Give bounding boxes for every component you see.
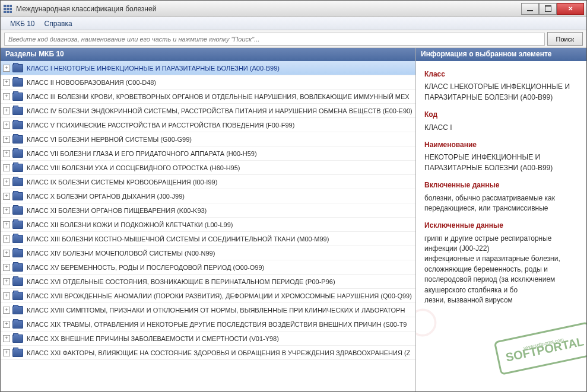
folder-icon bbox=[12, 206, 23, 215]
expand-icon[interactable]: + bbox=[3, 335, 10, 342]
tree-view[interactable]: +КЛАСС I НЕКОТОРЫЕ ИНФЕКЦИОННЫЕ И ПАРАЗИ… bbox=[1, 61, 415, 391]
folder-icon bbox=[12, 78, 23, 87]
info-included-value: болезни, обычно рассматриваемые как пере… bbox=[424, 193, 578, 214]
toolbar: Поиск bbox=[1, 30, 586, 48]
expand-icon[interactable]: + bbox=[3, 193, 10, 200]
expand-icon[interactable]: + bbox=[3, 221, 10, 228]
folder-icon bbox=[12, 135, 23, 144]
tree-item-label: КЛАСС XVII ВРОЖДЕННЫЕ АНОМАЛИИ (ПОРОКИ Р… bbox=[27, 292, 412, 299]
info-excluded-value: грипп и другие острые респираторные инфе… bbox=[424, 234, 578, 306]
tree-item-label: КЛАСС V ПСИХИЧЕСКИЕ РАССТРОЙСТВА И РАССТ… bbox=[27, 122, 294, 129]
folder-icon bbox=[12, 278, 23, 286]
tree-row[interactable]: +КЛАСС IX БОЛЕЗНИ СИСТЕМЫ КРОВООБРАЩЕНИЯ… bbox=[1, 175, 415, 189]
maximize-button[interactable] bbox=[539, 3, 557, 15]
tree-item-label: КЛАСС XVI ОТДЕЛЬНЫЕ СОСТОЯНИЯ, ВОЗНИКАЮЩ… bbox=[27, 278, 335, 285]
expand-icon[interactable]: + bbox=[3, 321, 10, 328]
info-name-value: НЕКОТОРЫЕ ИНФЕКЦИОННЫЕ И ПАРАЗИТАРНЫЕ БО… bbox=[424, 152, 578, 173]
tree-row[interactable]: +КЛАСС XX ВНЕШНИЕ ПРИЧИНЫ ЗАБОЛЕВАЕМОСТИ… bbox=[1, 332, 415, 346]
expand-icon[interactable]: + bbox=[3, 349, 10, 356]
folder-icon bbox=[12, 334, 23, 343]
tree-row[interactable]: +КЛАСС VI БОЛЕЗНИ НЕРВНОЙ СИСТЕМЫ (G00-G… bbox=[1, 132, 415, 146]
svg-rect-6 bbox=[4, 11, 6, 13]
tree-item-label: КЛАСС IX БОЛЕЗНИ СИСТЕМЫ КРОВООБРАЩЕНИЯ … bbox=[27, 179, 217, 186]
tree-row[interactable]: +КЛАСС IV БОЛЕЗНИ ЭНДОКРИННОЙ СИСТЕМЫ, Р… bbox=[1, 104, 415, 118]
tree-item-label: КЛАСС XX ВНЕШНИЕ ПРИЧИНЫ ЗАБОЛЕВАЕМОСТИ … bbox=[27, 335, 279, 342]
tree-row[interactable]: +КЛАСС XIX ТРАВМЫ, ОТРАВЛЕНИЯ И НЕКОТОРЫ… bbox=[1, 317, 415, 332]
folder-icon bbox=[12, 121, 23, 129]
info-code-label: Код bbox=[424, 110, 578, 120]
tree-item-label: КЛАСС I НЕКОТОРЫЕ ИНФЕКЦИОННЫЕ И ПАРАЗИТ… bbox=[27, 65, 280, 72]
menu-help[interactable]: Справка bbox=[40, 18, 77, 29]
tree-row[interactable]: +КЛАСС XII БОЛЕЗНИ КОЖИ И ПОДКОЖНОЙ КЛЕТ… bbox=[1, 218, 415, 232]
svg-point-9 bbox=[416, 310, 436, 335]
tree-row[interactable]: +КЛАСС XVII ВРОЖДЕННЫЕ АНОМАЛИИ (ПОРОКИ … bbox=[1, 289, 415, 303]
tree-row[interactable]: +КЛАСС XIII БОЛЕЗНИ КОСТНО-МЫШЕЧНОЙ СИСТ… bbox=[1, 232, 415, 246]
expand-icon[interactable]: + bbox=[3, 278, 10, 285]
expand-icon[interactable]: + bbox=[3, 292, 10, 299]
folder-icon bbox=[12, 192, 23, 200]
tree-item-label: КЛАСС XI БОЛЕЗНИ ОРГАНОВ ПИЩЕВАРЕНИЯ (K0… bbox=[27, 207, 207, 214]
tree-row[interactable]: +КЛАСС XVIII СИМПТОМЫ, ПРИЗНАКИ И ОТКЛОН… bbox=[1, 303, 415, 317]
expand-icon[interactable]: + bbox=[3, 264, 10, 271]
expand-icon[interactable]: + bbox=[3, 179, 10, 186]
tree-row[interactable]: +КЛАСС XVI ОТДЕЛЬНЫЕ СОСТОЯНИЯ, ВОЗНИКАЮ… bbox=[1, 275, 415, 289]
search-button[interactable]: Поиск bbox=[547, 32, 583, 46]
info-code-value: КЛАСС I bbox=[424, 123, 578, 133]
folder-icon bbox=[12, 263, 23, 272]
search-input[interactable] bbox=[4, 33, 545, 46]
tree-item-label: КЛАСС XVIII СИМПТОМЫ, ПРИЗНАКИ И ОТКЛОНЕ… bbox=[27, 307, 405, 314]
info-class-label: Класс bbox=[424, 69, 578, 79]
minimize-button[interactable] bbox=[521, 3, 539, 15]
expand-icon[interactable]: + bbox=[3, 164, 10, 171]
tree-item-label: КЛАСС X БОЛЕЗНИ ОРГАНОВ ДЫХАНИЯ (J00-J99… bbox=[27, 193, 185, 200]
close-button[interactable] bbox=[557, 3, 584, 15]
tree-row[interactable]: +КЛАСС XV БЕРЕМЕННОСТЬ, РОДЫ И ПОСЛЕРОДО… bbox=[1, 260, 415, 275]
expand-icon[interactable]: + bbox=[3, 307, 10, 314]
svg-rect-0 bbox=[4, 5, 6, 7]
folder-icon bbox=[12, 235, 23, 243]
window-title: Международная классификация болезней bbox=[16, 5, 521, 13]
tree-row[interactable]: +КЛАСС V ПСИХИЧЕСКИЕ РАССТРОЙСТВА И РАСС… bbox=[1, 118, 415, 132]
tree-row[interactable]: +КЛАСС XIV БОЛЕЗНИ МОЧЕПОЛОВОЙ СИСТЕМЫ (… bbox=[1, 246, 415, 260]
svg-rect-7 bbox=[7, 11, 9, 13]
tree-item-label: КЛАСС IV БОЛЕЗНИ ЭНДОКРИННОЙ СИСТЕМЫ, РА… bbox=[27, 107, 413, 114]
expand-icon[interactable]: + bbox=[3, 235, 10, 243]
tree-row[interactable]: +КЛАСС XI БОЛЕЗНИ ОРГАНОВ ПИЩЕВАРЕНИЯ (K… bbox=[1, 203, 415, 218]
tree-row[interactable]: +КЛАСС X БОЛЕЗНИ ОРГАНОВ ДЫХАНИЯ (J00-J9… bbox=[1, 189, 415, 203]
folder-icon bbox=[12, 292, 23, 300]
tree-row[interactable]: +КЛАСС VII БОЛЕЗНИ ГЛАЗА И ЕГО ПРИДАТОЧН… bbox=[1, 146, 415, 161]
svg-rect-8 bbox=[9, 11, 12, 13]
expand-icon[interactable]: + bbox=[3, 136, 10, 143]
tree-item-label: КЛАСС XIV БОЛЕЗНИ МОЧЕПОЛОВОЙ СИСТЕМЫ (N… bbox=[27, 250, 215, 257]
info-class-value: КЛАСС I.НЕКОТОРЫЕ ИНФЕКЦИОННЫЕ И ПАРАЗИТ… bbox=[424, 82, 578, 103]
folder-icon bbox=[12, 164, 23, 172]
info-excluded-label: Исключенные данные bbox=[424, 221, 578, 231]
tree-row[interactable]: +КЛАСС I НЕКОТОРЫЕ ИНФЕКЦИОННЫЕ И ПАРАЗИ… bbox=[1, 61, 415, 75]
info-body: Класс КЛАСС I.НЕКОТОРЫЕ ИНФЕКЦИОННЫЕ И П… bbox=[416, 61, 586, 391]
content-area: Разделы МКБ 10 +КЛАСС I НЕКОТОРЫЕ ИНФЕКЦ… bbox=[1, 48, 586, 391]
tree-item-label: КЛАСС XII БОЛЕЗНИ КОЖИ И ПОДКОЖНОЙ КЛЕТЧ… bbox=[27, 221, 233, 228]
tree-item-label: КЛАСС VIII БОЛЕЗНИ УХА И СОСЦЕВИДНОГО ОТ… bbox=[27, 164, 240, 171]
folder-icon bbox=[12, 178, 23, 186]
tree-item-label: КЛАСС XV БЕРЕМЕННОСТЬ, РОДЫ И ПОСЛЕРОДОВ… bbox=[27, 264, 264, 271]
expand-icon[interactable]: + bbox=[3, 79, 10, 86]
menu-mkb10[interactable]: МКБ 10 bbox=[5, 18, 40, 29]
expand-icon[interactable]: + bbox=[3, 150, 10, 157]
tree-item-label: КЛАСС XIX ТРАВМЫ, ОТРАВЛЕНИЯ И НЕКОТОРЫЕ… bbox=[27, 321, 407, 328]
tree-item-label: КЛАСС XXI ФАКТОРЫ, ВЛИЯЮЩИЕ НА СОСТОЯНИЕ… bbox=[27, 349, 410, 356]
titlebar[interactable]: Международная классификация болезней bbox=[1, 1, 586, 17]
expand-icon[interactable]: + bbox=[3, 65, 10, 72]
expand-icon[interactable]: + bbox=[3, 107, 10, 114]
folder-icon bbox=[12, 349, 23, 357]
expand-icon[interactable]: + bbox=[3, 250, 10, 257]
folder-icon bbox=[12, 107, 23, 115]
expand-icon[interactable]: + bbox=[3, 207, 10, 214]
expand-icon[interactable]: + bbox=[3, 93, 10, 100]
folder-icon bbox=[12, 93, 23, 101]
tree-row[interactable]: +КЛАСС III БОЛЕЗНИ КРОВИ, КРОВЕТВОРНЫХ О… bbox=[1, 90, 415, 104]
tree-row[interactable]: +КЛАСС VIII БОЛЕЗНИ УХА И СОСЦЕВИДНОГО О… bbox=[1, 161, 415, 175]
tree-row[interactable]: +КЛАСС XXI ФАКТОРЫ, ВЛИЯЮЩИЕ НА СОСТОЯНИ… bbox=[1, 346, 415, 360]
tree-row[interactable]: +КЛАСС II НОВООБРАЗОВАНИЯ (C00-D48) bbox=[1, 75, 415, 90]
tree-item-label: КЛАСС VII БОЛЕЗНИ ГЛАЗА И ЕГО ПРИДАТОЧНО… bbox=[27, 150, 257, 157]
expand-icon[interactable]: + bbox=[3, 122, 10, 129]
